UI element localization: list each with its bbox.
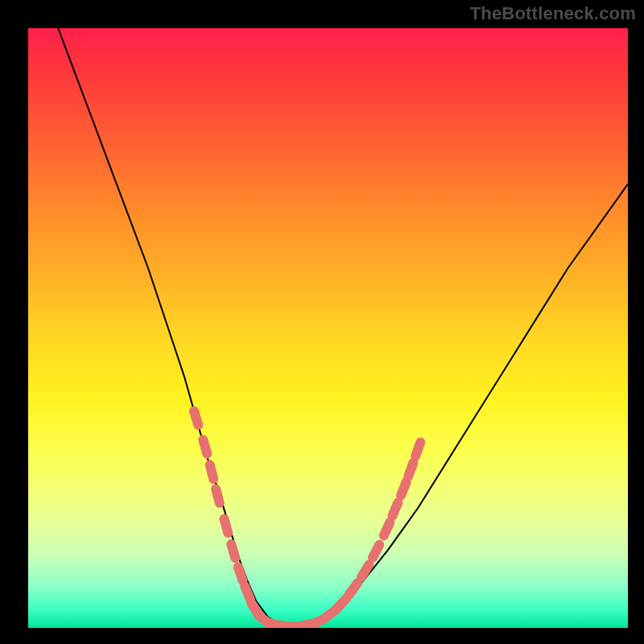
chart-svg xyxy=(28,28,628,628)
svg-line-18 xyxy=(361,565,369,577)
svg-line-21 xyxy=(392,502,398,516)
svg-line-24 xyxy=(415,443,420,456)
plot-area xyxy=(28,28,628,628)
chart-frame: TheBottleneck.com xyxy=(0,0,644,644)
svg-line-4 xyxy=(224,519,228,533)
svg-line-6 xyxy=(238,567,243,580)
bottleneck-curve xyxy=(58,28,628,627)
svg-line-0 xyxy=(194,411,198,425)
svg-line-20 xyxy=(384,522,390,535)
svg-line-16 xyxy=(336,599,346,609)
svg-line-7 xyxy=(245,586,250,600)
svg-line-1 xyxy=(203,440,207,453)
svg-line-5 xyxy=(231,544,235,558)
svg-line-22 xyxy=(401,482,407,496)
svg-line-3 xyxy=(216,489,220,502)
highlight-markers xyxy=(194,411,420,627)
svg-line-19 xyxy=(373,545,379,558)
svg-line-2 xyxy=(210,465,213,479)
svg-line-23 xyxy=(408,463,413,477)
watermark-label: TheBottleneck.com xyxy=(470,3,636,24)
svg-line-17 xyxy=(349,583,358,595)
